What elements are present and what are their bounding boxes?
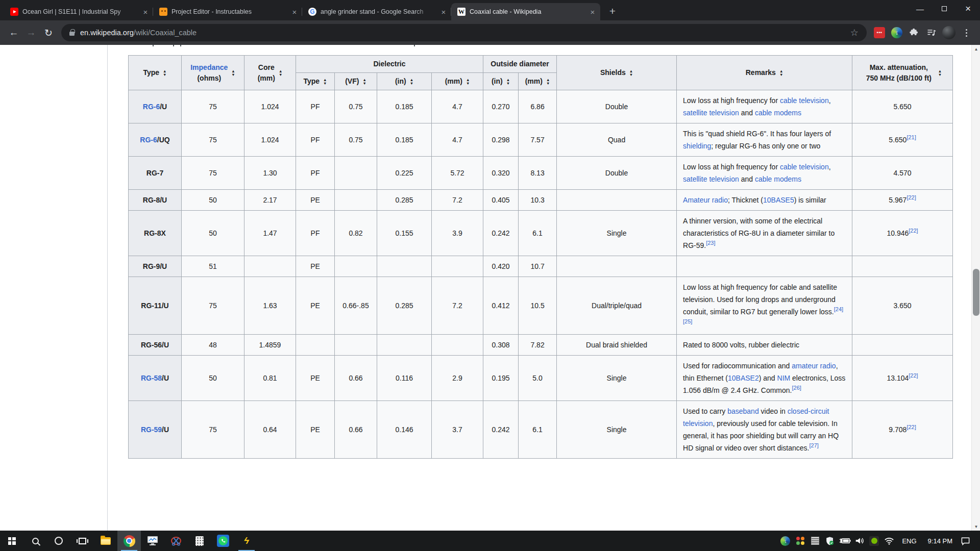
tab-google-search[interactable]: G angle grinder stand - Google Search ×	[302, 3, 451, 20]
notes-tray-icon[interactable]	[807, 531, 822, 551]
minimize-button[interactable]: —	[908, 0, 932, 17]
reference-link[interactable]: [24]	[834, 306, 843, 312]
wiki-link[interactable]: RG-6	[143, 103, 160, 111]
col-header-type[interactable]: Type▲▼	[129, 56, 182, 90]
sort-icon[interactable]: ▲▼	[231, 69, 235, 77]
taskbar-search-button[interactable]	[23, 531, 47, 551]
secure-lock-icon[interactable]	[69, 32, 75, 36]
wiki-link[interactable]: RG-59	[141, 425, 162, 434]
reference-link[interactable]: [22]	[906, 424, 916, 430]
col-header-shields[interactable]: Shields▲▼	[557, 56, 677, 90]
vertical-scrollbar[interactable]: ▲ ▼	[971, 45, 980, 531]
restore-button[interactable]	[932, 0, 956, 17]
new-tab-button[interactable]: +	[605, 4, 620, 18]
scrollbar-thumb[interactable]	[973, 269, 979, 316]
language-indicator[interactable]: ENG	[896, 537, 922, 545]
screen-recorder-button[interactable]	[141, 531, 164, 551]
tab-wikipedia-active[interactable]: W Coaxial cable - Wikipedia ×	[451, 3, 600, 20]
reference-link[interactable]: [22]	[909, 372, 918, 379]
reference-link[interactable]: [23]	[706, 240, 715, 246]
wiki-link[interactable]: cable television	[780, 96, 829, 105]
sort-icon[interactable]: ▲▼	[546, 78, 550, 85]
winamp-button[interactable]: ϟ	[235, 531, 258, 551]
sort-icon[interactable]: ▲▼	[410, 78, 413, 85]
calculator-button[interactable]	[188, 531, 211, 551]
launcher-grid-tray-icon[interactable]	[793, 531, 807, 551]
forward-button[interactable]: →	[22, 24, 40, 41]
wiki-link[interactable]: shielding	[683, 142, 711, 150]
subcol-vf[interactable]: (VF)▲▼	[335, 73, 377, 90]
subcol-dielectric-in[interactable]: (in)▲▼	[377, 73, 432, 90]
cortana-button[interactable]	[47, 531, 70, 551]
wiki-link[interactable]: satellite television	[683, 109, 739, 117]
extensions-puzzle-icon[interactable]	[905, 24, 923, 41]
col-header-impedance[interactable]: Impedance(ohms)▲▼	[182, 56, 244, 90]
subcol-dielectric-mm[interactable]: (mm)▲▼	[432, 73, 483, 90]
wiki-link[interactable]: amateur radio	[792, 362, 836, 370]
subcol-od-mm[interactable]: (mm)▲▼	[519, 73, 557, 90]
idm-extension-icon[interactable]: ↓	[888, 24, 905, 41]
scroll-up-arrow[interactable]: ▲	[972, 45, 980, 53]
tab-close-icon[interactable]: ×	[439, 7, 448, 16]
sort-icon[interactable]: ▲▼	[466, 78, 470, 85]
wiki-link[interactable]: satellite television	[683, 175, 739, 183]
tab-close-icon[interactable]: ×	[141, 7, 150, 16]
wiki-link[interactable]: 10BASE2	[728, 374, 759, 382]
defender-shield-icon[interactable]	[822, 531, 837, 551]
profile-avatar[interactable]	[940, 24, 958, 41]
clock[interactable]: 9:14 PM	[922, 537, 958, 545]
reload-button[interactable]: ↻	[40, 24, 57, 41]
reference-link[interactable]: [21]	[906, 134, 916, 140]
reference-link[interactable]: [22]	[906, 194, 916, 201]
chrome-menu-kebab-icon[interactable]	[958, 24, 975, 41]
battery-charging-icon[interactable]	[837, 531, 852, 551]
close-button[interactable]: ×	[956, 0, 980, 17]
playlist-extension-icon[interactable]	[923, 24, 940, 41]
col-header-core[interactable]: Core(mm)▲▼	[244, 56, 296, 90]
nvidia-tray-icon[interactable]	[867, 531, 881, 551]
wiki-link[interactable]: 10BASE5	[763, 196, 794, 204]
tab-close-icon[interactable]: ×	[290, 7, 299, 16]
idm-tray-icon[interactable]: ↓	[778, 531, 793, 551]
reference-link[interactable]: [22]	[909, 228, 918, 234]
lastpass-extension-icon[interactable]: •••	[871, 24, 888, 41]
snipping-tool-button[interactable]	[164, 531, 188, 551]
sort-icon[interactable]: ▲▼	[779, 69, 783, 77]
wiki-link[interactable]: RG-58	[141, 374, 162, 382]
wiki-link[interactable]: cable television	[780, 163, 829, 171]
reference-link[interactable]: [25]	[683, 318, 692, 324]
address-bar[interactable]: en.wikipedia.org/wiki/Coaxial_cable ☆	[61, 24, 867, 41]
reference-link[interactable]: [26]	[792, 385, 801, 391]
file-explorer-button[interactable]	[94, 531, 117, 551]
tab-instructables[interactable]: Project Editor - Instructables ×	[153, 3, 302, 20]
sort-icon[interactable]: ▲▼	[629, 69, 633, 77]
subcol-dielectric-type[interactable]: Type▲▼	[296, 73, 335, 90]
sort-icon[interactable]: ▲▼	[506, 78, 510, 85]
subcol-od-in[interactable]: (in)▲▼	[483, 73, 519, 90]
sort-icon[interactable]: ▲▼	[279, 69, 282, 77]
chrome-taskbar-button[interactable]	[117, 531, 141, 551]
bookmark-star-icon[interactable]: ☆	[850, 27, 859, 38]
scroll-down-arrow[interactable]: ▼	[972, 522, 980, 531]
whatsapp-button[interactable]	[211, 531, 235, 551]
wiki-link[interactable]: NIM	[777, 374, 791, 382]
sort-icon[interactable]: ▲▼	[938, 69, 942, 77]
col-header-max-attenuation[interactable]: Max. attenuation, 750 MHz (dB/100 ft)▲▼	[852, 56, 953, 90]
tab-close-icon[interactable]: ×	[588, 7, 597, 16]
back-button[interactable]: ←	[5, 24, 22, 41]
wiki-link[interactable]: RG-6	[140, 136, 157, 144]
action-center-icon[interactable]	[958, 531, 973, 551]
col-header-remarks[interactable]: Remarks▲▼	[677, 56, 852, 90]
sort-icon[interactable]: ▲▼	[323, 78, 327, 85]
volume-icon[interactable]	[852, 531, 867, 551]
reference-link[interactable]: [27]	[810, 442, 819, 448]
tab-ocean-girl[interactable]: Ocean Girl | S1E11 | Industrial Spy ×	[4, 3, 153, 20]
impedance-link[interactable]: Impedance	[190, 63, 228, 71]
wiki-link[interactable]: cable modems	[755, 175, 801, 183]
sort-icon[interactable]: ▲▼	[163, 69, 166, 77]
wifi-icon[interactable]	[881, 531, 896, 551]
sort-icon[interactable]: ▲▼	[362, 78, 366, 85]
wiki-link[interactable]: cable modems	[755, 109, 801, 117]
wiki-link[interactable]: Amateur radio	[683, 196, 728, 204]
task-view-button[interactable]	[70, 531, 94, 551]
